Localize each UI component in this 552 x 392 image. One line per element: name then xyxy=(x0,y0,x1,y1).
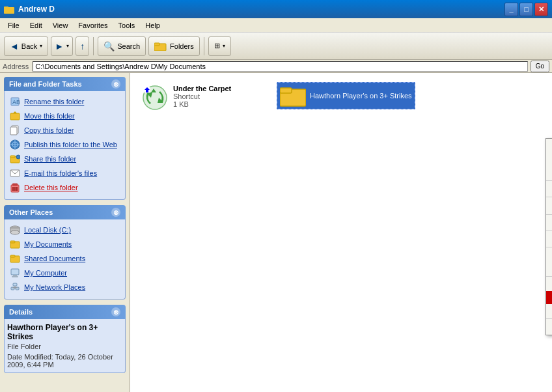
selected-folder-item[interactable]: Hawthorn Player's on 3+ Strikes xyxy=(277,82,415,109)
other-places-title: Other Places xyxy=(9,208,53,216)
main-layout: File and Folder Tasks ⊗ AB Rename this f… xyxy=(0,73,552,392)
svg-rect-3 xyxy=(154,43,159,46)
address-input[interactable] xyxy=(33,61,527,72)
menu-help[interactable]: Help xyxy=(140,20,165,31)
disk-icon xyxy=(10,225,20,235)
svg-point-25 xyxy=(10,231,20,234)
local-disk-link[interactable]: Local Disk (C:) xyxy=(7,223,122,236)
other-places-section: Other Places ⊗ Local Disk (C:) My Docume… xyxy=(4,205,126,300)
file-folder-collapse-btn[interactable]: ⊗ xyxy=(111,79,120,89)
shortcut-icon xyxy=(142,85,168,111)
view-dropdown-icon[interactable]: ▾ xyxy=(223,43,225,49)
shared-documents-link[interactable]: Shared Documents xyxy=(7,252,122,265)
close-button[interactable]: ✕ xyxy=(534,3,548,16)
folders-icon xyxy=(154,40,167,52)
search-icon: 🔍 xyxy=(104,41,115,51)
details-section: Details ⊗ Hawthorn Player's on 3+ Strike… xyxy=(4,305,126,373)
my-network-link[interactable]: My Network Places xyxy=(7,281,122,294)
ctx-sep-7 xyxy=(546,318,552,319)
svg-rect-41 xyxy=(280,88,292,93)
view-icon: ⊞ xyxy=(214,42,220,50)
ctx-sweep[interactable]: Sweep xyxy=(546,291,552,304)
other-places-collapse-btn[interactable]: ⊗ xyxy=(111,208,120,217)
menu-view[interactable]: View xyxy=(48,20,74,31)
move-icon xyxy=(10,111,20,121)
toolbar: ◄ Back ▾ ► ▾ ↑ 🔍 Search Folders ⊞ ▾ xyxy=(0,33,552,60)
shortcut-item[interactable]: Under the Carpet Shortcut 1 KB xyxy=(139,82,269,113)
menu-favorites[interactable]: Favorites xyxy=(73,20,113,31)
details-collapse-btn[interactable]: ⊗ xyxy=(111,307,120,316)
svg-rect-19 xyxy=(12,184,18,186)
svg-rect-32 xyxy=(12,276,18,277)
copy-folder-label: Copy this folder xyxy=(24,126,74,134)
minimize-button[interactable]: _ xyxy=(504,3,518,16)
up-button[interactable]: ↑ xyxy=(76,36,89,56)
svg-marker-7 xyxy=(13,111,17,113)
svg-rect-9 xyxy=(10,127,17,135)
ctx-rename[interactable]: Rename xyxy=(546,304,552,317)
folders-button[interactable]: Folders xyxy=(148,36,200,56)
move-folder-label: Move this folder xyxy=(24,112,75,120)
menu-edit[interactable]: Edit xyxy=(25,20,48,31)
title-text: Andrew D xyxy=(18,5,55,14)
ctx-scan[interactable]: M Scan xyxy=(546,199,552,213)
share-folder-label: Share this folder xyxy=(24,155,76,163)
rename-folder-link[interactable]: AB Rename this folder xyxy=(7,95,122,108)
title-bar: Andrew D _ □ ✕ xyxy=(0,0,552,18)
other-places-header[interactable]: Other Places ⊗ xyxy=(4,205,126,219)
selected-folder-label: Hawthorn Player's on 3+ Strikes xyxy=(310,92,411,100)
file-folder-tasks-header[interactable]: File and Folder Tasks ⊗ xyxy=(4,77,126,91)
address-label: Address xyxy=(3,63,29,70)
email-folder-link[interactable]: E-mail this folder's files xyxy=(7,167,122,180)
search-button[interactable]: 🔍 Search xyxy=(98,36,146,56)
window-controls: _ □ ✕ xyxy=(504,3,548,16)
copy-folder-link[interactable]: Copy this folder xyxy=(7,124,122,137)
svg-rect-15 xyxy=(10,156,15,158)
details-header[interactable]: Details ⊗ xyxy=(4,305,126,319)
delete-folder-link[interactable]: Delete this folder xyxy=(7,181,122,194)
maximize-button[interactable]: □ xyxy=(519,3,533,16)
mydocs-icon xyxy=(10,239,20,249)
file-folder-tasks-title: File and Folder Tasks xyxy=(9,80,82,88)
ctx-search[interactable]: Search... xyxy=(546,166,552,179)
back-button[interactable]: ◄ Back ▾ xyxy=(4,36,48,56)
ctx-copy[interactable]: Copy xyxy=(546,262,552,275)
address-go-button[interactable]: Go xyxy=(531,61,549,72)
my-computer-link[interactable]: My Computer xyxy=(7,266,122,279)
share-icon xyxy=(10,154,20,164)
svg-rect-29 xyxy=(10,255,15,257)
content-area: Under the Carpet Shortcut 1 KB Hawthorn … xyxy=(130,73,552,392)
back-dropdown-icon[interactable]: ▾ xyxy=(40,43,42,49)
back-label: Back xyxy=(21,42,37,50)
details-body: Hawthorn Player's on 3+ Strikes File Fol… xyxy=(4,319,126,373)
my-documents-link[interactable]: My Documents xyxy=(7,238,122,251)
menu-tools[interactable]: Tools xyxy=(113,20,141,31)
ctx-send-to[interactable]: Send To ► xyxy=(546,232,552,245)
left-panel: File and Folder Tasks ⊗ AB Rename this f… xyxy=(0,73,130,392)
publish-icon xyxy=(10,139,20,150)
share-folder-link[interactable]: Share this folder xyxy=(7,152,122,165)
address-bar: Address Go xyxy=(0,60,552,73)
forward-dropdown-icon[interactable]: ▾ xyxy=(66,43,69,49)
search-label: Search xyxy=(117,42,140,50)
rename-icon: AB xyxy=(10,96,20,107)
svg-rect-35 xyxy=(13,283,17,286)
ctx-create-shortcut[interactable]: Create Shortcut xyxy=(546,278,552,291)
ctx-cut[interactable]: Cut xyxy=(546,249,552,262)
publish-folder-link[interactable]: Publish this folder to the Web xyxy=(7,138,122,151)
view-button[interactable]: ⊞ ▾ xyxy=(208,36,231,56)
delete-folder-label: Delete this folder xyxy=(24,184,78,191)
email-folder-label: E-mail this folder's files xyxy=(24,169,97,177)
svg-text:AB: AB xyxy=(12,99,20,105)
menu-file[interactable]: File xyxy=(3,20,25,31)
network-icon xyxy=(10,282,20,292)
forward-button[interactable]: ► ▾ xyxy=(51,36,73,56)
svg-rect-30 xyxy=(11,269,19,275)
ctx-sharing-security[interactable]: Sharing and Security... xyxy=(546,182,552,195)
ctx-properties[interactable]: Properties xyxy=(546,320,552,333)
move-folder-link[interactable]: Move this folder xyxy=(7,109,122,122)
ctx-open[interactable]: Open xyxy=(546,140,552,153)
ctx-backup[interactable]: Backup xyxy=(546,216,552,229)
email-icon xyxy=(10,168,20,178)
ctx-explore[interactable]: Explore xyxy=(546,153,552,166)
